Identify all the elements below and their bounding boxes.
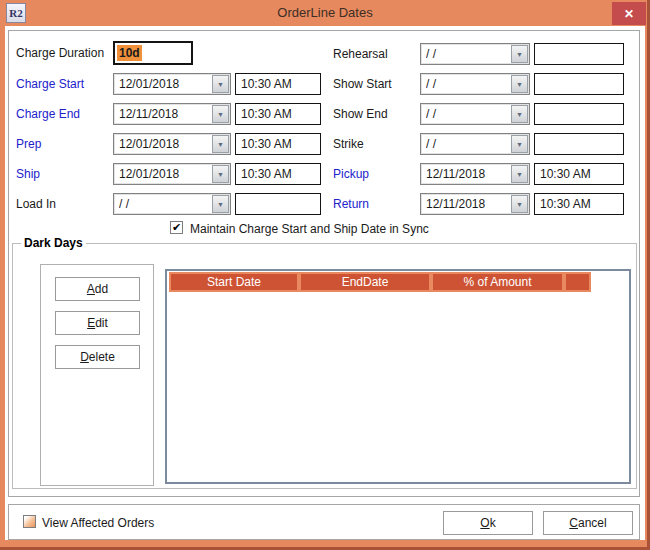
charge-end-label: Charge End: [16, 107, 80, 121]
prep-date-value: 12/01/2018: [119, 137, 210, 151]
edit-button[interactable]: Edit: [55, 311, 140, 335]
chevron-down-icon: ▼: [217, 141, 224, 148]
ship-date-select[interactable]: 12/01/2018 ▼: [113, 163, 231, 185]
ship-label: Ship: [16, 167, 40, 181]
ship-date-value: 12/01/2018: [119, 167, 210, 181]
prep-date-dropdown-button[interactable]: ▼: [212, 135, 229, 153]
load-in-date-select[interactable]: / / ▼: [113, 193, 231, 215]
strike-time-input[interactable]: [534, 133, 624, 155]
strike-date-select[interactable]: / / ▼: [420, 133, 530, 155]
check-icon: ✔: [172, 222, 181, 232]
charge-start-time-input[interactable]: 10:30 AM: [235, 73, 321, 95]
sync-checkbox-label: Maintain Charge Start and Ship Date in S…: [190, 222, 429, 236]
pickup-date-dropdown-button[interactable]: ▼: [511, 165, 528, 183]
delete-button[interactable]: Delete: [55, 345, 140, 369]
title-bar: R2 OrderLine Dates ✕: [0, 0, 650, 26]
load-in-date-value: / /: [119, 197, 210, 211]
dark-days-button-panel: Add Edit Delete: [40, 264, 154, 486]
pickup-date-value: 12/11/2018: [426, 167, 509, 181]
charge-start-label: Charge Start: [16, 77, 84, 91]
load-in-time-input[interactable]: [235, 193, 321, 215]
ship-time-input[interactable]: 10:30 AM: [235, 163, 321, 185]
cancel-button-label-rest: ancel: [578, 516, 607, 530]
show-end-time-input[interactable]: [534, 103, 624, 125]
cancel-button-label: C: [569, 516, 578, 530]
load-in-date-dropdown-button[interactable]: ▼: [212, 195, 229, 213]
charge-end-date-value: 12/11/2018: [119, 107, 210, 121]
chevron-down-icon: ▼: [516, 141, 523, 148]
dark-days-table-body[interactable]: [167, 293, 629, 482]
add-button[interactable]: Add: [55, 277, 140, 301]
return-label: Return: [333, 197, 369, 211]
close-button[interactable]: ✕: [612, 2, 646, 25]
show-end-date-select[interactable]: / / ▼: [420, 103, 530, 125]
show-end-date-value: / /: [426, 107, 509, 121]
show-end-label: Show End: [333, 107, 388, 121]
prep-label: Prep: [16, 137, 41, 151]
footer-panel: View Affected Orders Ok Cancel: [8, 504, 640, 540]
charge-duration-value: 10d: [117, 45, 142, 61]
chevron-down-icon: ▼: [217, 111, 224, 118]
show-start-time-input[interactable]: [534, 73, 624, 95]
rehearsal-date-select[interactable]: / / ▼: [420, 43, 530, 65]
delete-button-label-rest: elete: [89, 350, 115, 364]
rehearsal-date-value: / /: [426, 47, 509, 61]
dialog-body: Charge Duration 10d Charge Start 12/01/2…: [5, 26, 645, 540]
ship-date-dropdown-button[interactable]: ▼: [212, 165, 229, 183]
charge-end-time-input[interactable]: 10:30 AM: [235, 103, 321, 125]
return-date-dropdown-button[interactable]: ▼: [511, 195, 528, 213]
ok-button[interactable]: Ok: [443, 511, 533, 535]
return-date-select[interactable]: 12/11/2018 ▼: [420, 193, 530, 215]
window-title: OrderLine Dates: [0, 5, 650, 20]
rehearsal-date-dropdown-button[interactable]: ▼: [511, 45, 528, 63]
charge-end-date-dropdown-button[interactable]: ▼: [212, 105, 229, 123]
column-header-end-date[interactable]: EndDate: [299, 272, 431, 292]
column-header-start-date[interactable]: Start Date: [169, 272, 299, 292]
chevron-down-icon: ▼: [217, 201, 224, 208]
chevron-down-icon: ▼: [516, 111, 523, 118]
column-header-percent-of-amount[interactable]: % of Amount: [431, 272, 564, 292]
column-header-blank: [564, 272, 591, 292]
charge-start-date-select[interactable]: 12/01/2018 ▼: [113, 73, 231, 95]
strike-label: Strike: [333, 137, 364, 151]
load-in-label: Load In: [16, 197, 56, 211]
pickup-label: Pickup: [333, 167, 369, 181]
charge-start-date-dropdown-button[interactable]: ▼: [212, 75, 229, 93]
sync-checkbox[interactable]: ✔: [170, 221, 183, 234]
chevron-down-icon: ▼: [516, 81, 523, 88]
show-start-date-dropdown-button[interactable]: ▼: [511, 75, 528, 93]
rehearsal-time-input[interactable]: [534, 43, 624, 65]
return-date-value: 12/11/2018: [426, 197, 509, 211]
pickup-time-input[interactable]: 10:30 AM: [534, 163, 624, 185]
show-start-date-value: / /: [426, 77, 509, 91]
chevron-down-icon: ▼: [516, 201, 523, 208]
show-end-date-dropdown-button[interactable]: ▼: [511, 105, 528, 123]
charge-duration-input[interactable]: 10d: [113, 41, 193, 65]
dark-days-table-header: Start Date EndDate % of Amount: [167, 271, 629, 293]
show-start-date-select[interactable]: / / ▼: [420, 73, 530, 95]
pickup-date-select[interactable]: 12/11/2018 ▼: [420, 163, 530, 185]
fields-panel: Charge Duration 10d Charge Start 12/01/2…: [8, 30, 640, 497]
delete-button-label: D: [80, 350, 89, 364]
chevron-down-icon: ▼: [217, 81, 224, 88]
dark-days-table[interactable]: Start Date EndDate % of Amount: [165, 269, 631, 484]
chevron-down-icon: ▼: [516, 171, 523, 178]
cancel-button[interactable]: Cancel: [543, 511, 633, 535]
dark-days-legend: Dark Days: [21, 236, 86, 250]
charge-duration-label: Charge Duration: [16, 46, 104, 60]
prep-date-select[interactable]: 12/01/2018 ▼: [113, 133, 231, 155]
view-affected-orders-checkbox[interactable]: [23, 515, 36, 528]
charge-end-date-select[interactable]: 12/11/2018 ▼: [113, 103, 231, 125]
prep-time-input[interactable]: 10:30 AM: [235, 133, 321, 155]
chevron-down-icon: ▼: [217, 171, 224, 178]
add-button-label: A: [87, 282, 95, 296]
rehearsal-label: Rehearsal: [333, 47, 388, 61]
chevron-down-icon: ▼: [516, 51, 523, 58]
show-start-label: Show Start: [333, 77, 392, 91]
dark-days-group: Dark Days Add Edit Delete Start Date End…: [12, 236, 637, 489]
add-button-label-rest: dd: [95, 282, 108, 296]
ok-button-label-rest: k: [490, 516, 496, 530]
charge-start-date-value: 12/01/2018: [119, 77, 210, 91]
strike-date-dropdown-button[interactable]: ▼: [511, 135, 528, 153]
return-time-input[interactable]: 10:30 AM: [534, 193, 624, 215]
